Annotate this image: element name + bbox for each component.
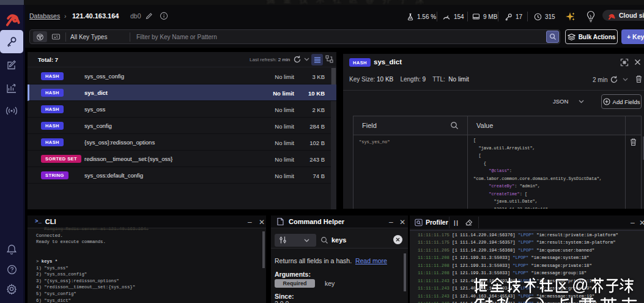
svg-text:@: @ bbox=[572, 277, 588, 294]
